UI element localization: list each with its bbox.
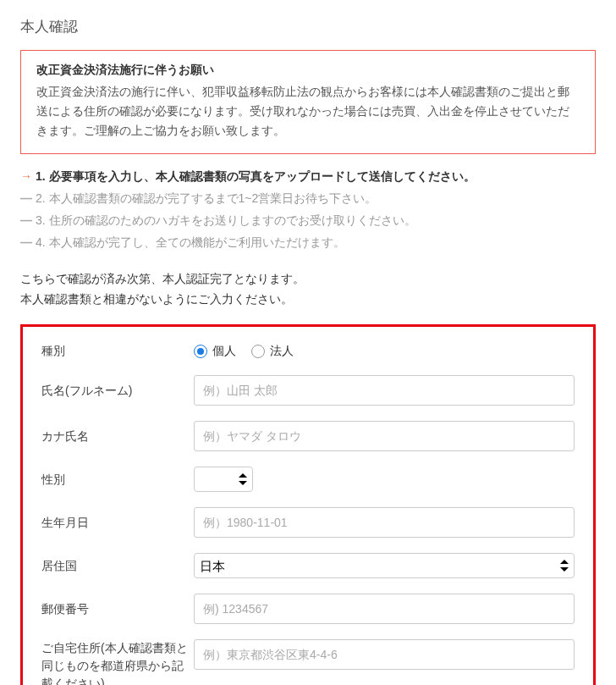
dash-icon: —	[20, 213, 36, 227]
step-3: — 3. 住所の確認のためのハガキをお送りしますのでお受け取りください。	[20, 213, 596, 229]
step-1: → 1. 必要事項を入力し、本人確認書類の写真をアップロードして送信してください…	[20, 169, 596, 185]
step-text: 3. 住所の確認のためのハガキをお送りしますのでお受け取りください。	[36, 213, 416, 229]
row-address: ご自宅住所(本人確認書類と同じものを都道府県から記載ください)	[41, 639, 575, 685]
birthday-input[interactable]	[194, 507, 575, 538]
radio-corporate[interactable]: 法人	[251, 344, 294, 359]
instruction-line: 本人確認書類と相違がないようにご入力ください。	[20, 290, 596, 310]
country-select[interactable]: 日本	[194, 553, 575, 578]
step-text: 1. 必要事項を入力し、本人確認書類の写真をアップロードして送信してください。	[36, 169, 476, 185]
arrow-right-icon: →	[20, 169, 36, 183]
step-2: — 2. 本人確認書類の確認が完了するまで1~2営業日お待ち下さい。	[20, 191, 596, 207]
radio-label: 法人	[270, 344, 294, 359]
label-fullname: 氏名(フルネーム)	[41, 382, 194, 400]
row-gender: 性別	[41, 467, 575, 492]
gender-select[interactable]	[194, 467, 253, 492]
step-text: 4. 本人確認が完了し、全ての機能がご利用いただけます。	[36, 235, 345, 251]
identity-form: 種別 個人 法人 氏名(フルネーム) カナ氏名 性別 生年月日	[20, 324, 596, 685]
row-fullname: 氏名(フルネーム)	[41, 375, 575, 406]
row-country: 居住国 日本	[41, 553, 575, 578]
instruction-line: こちらで確認が済み次第、本人認証完了となります。	[20, 269, 596, 290]
type-radio-group: 個人 法人	[194, 344, 575, 359]
notice-box: 改正資金決済法施行に伴うお願い 改正資金決済法の施行に伴い、犯罪収益移転防止法の…	[20, 50, 596, 154]
label-postal: 郵便番号	[41, 600, 194, 618]
row-postal: 郵便番号	[41, 594, 575, 624]
radio-icon	[251, 345, 265, 358]
label-birthday: 生年月日	[41, 514, 194, 532]
notice-body: 改正資金決済法の施行に伴い、犯罪収益移転防止法の観点からお客様には本人確認書類の…	[36, 83, 580, 141]
postal-input[interactable]	[194, 594, 575, 624]
row-type: 種別 個人 法人	[41, 342, 575, 360]
dash-icon: —	[20, 191, 36, 205]
label-type: 種別	[41, 342, 194, 360]
label-address: ご自宅住所(本人確認書類と同じものを都道府県から記載ください)	[41, 639, 194, 685]
radio-individual[interactable]: 個人	[194, 344, 236, 359]
page-title: 本人確認	[20, 17, 596, 36]
label-country: 居住国	[41, 557, 194, 575]
label-gender: 性別	[41, 471, 194, 489]
dash-icon: —	[20, 235, 36, 249]
kana-input[interactable]	[194, 421, 575, 451]
row-birthday: 生年月日	[41, 507, 575, 538]
fullname-input[interactable]	[194, 375, 575, 406]
radio-label: 個人	[212, 344, 236, 359]
label-kana: カナ氏名	[41, 428, 194, 445]
radio-icon	[194, 345, 207, 358]
notice-title: 改正資金決済法施行に伴うお願い	[36, 63, 580, 78]
instructions: こちらで確認が済み次第、本人認証完了となります。 本人確認書類と相違がないように…	[20, 269, 596, 310]
step-text: 2. 本人確認書類の確認が完了するまで1~2営業日お待ち下さい。	[36, 191, 377, 207]
step-4: — 4. 本人確認が完了し、全ての機能がご利用いただけます。	[20, 235, 596, 251]
steps-list: → 1. 必要事項を入力し、本人確認書類の写真をアップロードして送信してください…	[20, 169, 596, 251]
row-kana: カナ氏名	[41, 421, 575, 451]
address-input[interactable]	[194, 639, 575, 670]
